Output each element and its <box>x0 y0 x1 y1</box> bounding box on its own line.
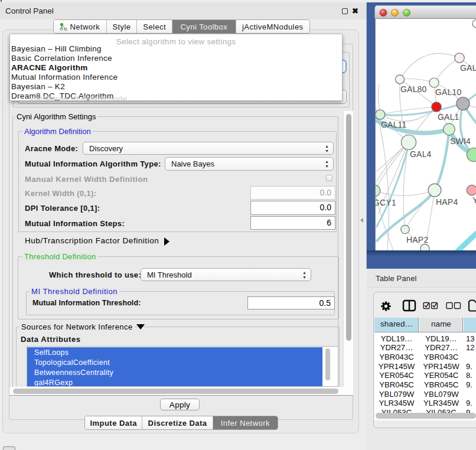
svg-text:HAP2: HAP2 <box>406 235 428 244</box>
svg-text:SWI4: SWI4 <box>450 136 471 146</box>
svg-text:GAL4: GAL4 <box>410 149 432 159</box>
svg-text:GCY1: GCY1 <box>376 198 396 207</box>
svg-text:GAL10: GAL10 <box>435 87 462 97</box>
svg-text:GAL1: GAL1 <box>438 112 459 122</box>
svg-text:GAL80: GAL80 <box>400 84 427 94</box>
svg-text:HAP4: HAP4 <box>436 197 458 207</box>
svg-text:GAL7: GAL7 <box>460 63 476 73</box>
svg-text:GAL11: GAL11 <box>381 120 407 129</box>
svg-text:Y: Y <box>472 195 476 205</box>
